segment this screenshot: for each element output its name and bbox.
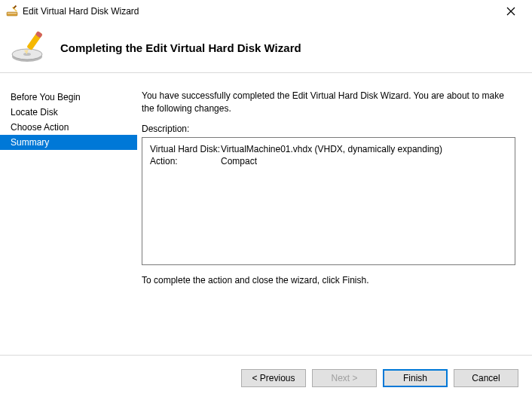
description-label: Description: bbox=[142, 124, 515, 134]
summary-value: VirtualMachine01.vhdx (VHDX, dynamically… bbox=[221, 144, 442, 154]
wizard-icon bbox=[6, 5, 18, 17]
summary-row: Virtual Hard Disk: VirtualMachine01.vhdx… bbox=[150, 144, 507, 154]
summary-row: Action: Compact bbox=[150, 156, 507, 166]
intro-text: You have successfully completed the Edit… bbox=[142, 90, 515, 116]
page-title: Completing the Edit Virtual Hard Disk Wi… bbox=[60, 41, 301, 54]
cancel-button[interactable]: Cancel bbox=[454, 369, 518, 387]
next-button: Next > bbox=[312, 369, 377, 387]
sidebar-item-summary[interactable]: Summary bbox=[0, 135, 137, 150]
button-bar: < Previous Next > Finish Cancel bbox=[0, 355, 532, 400]
svg-rect-1 bbox=[8, 13, 17, 14]
summary-key: Action: bbox=[150, 156, 221, 166]
titlebar: Edit Virtual Hard Disk Wizard bbox=[0, 0, 532, 23]
close-button[interactable] bbox=[496, 1, 526, 22]
previous-button[interactable]: < Previous bbox=[241, 369, 306, 387]
footer-instruction: To complete the action and close the wiz… bbox=[142, 274, 515, 287]
sidebar-item-before-you-begin[interactable]: Before You Begin bbox=[0, 90, 137, 105]
summary-key: Virtual Hard Disk: bbox=[150, 144, 221, 154]
description-box: Virtual Hard Disk: VirtualMachine01.vhdx… bbox=[142, 137, 515, 265]
sidebar: Before You Begin Locate Disk Choose Acti… bbox=[0, 73, 137, 355]
finish-button[interactable]: Finish bbox=[383, 369, 448, 387]
svg-rect-0 bbox=[7, 12, 17, 16]
window-title: Edit Virtual Hard Disk Wizard bbox=[23, 6, 139, 17]
main-area: Before You Begin Locate Disk Choose Acti… bbox=[0, 73, 532, 355]
wizard-header: Completing the Edit Virtual Hard Disk Wi… bbox=[0, 23, 532, 73]
content-panel: You have successfully completed the Edit… bbox=[137, 73, 532, 355]
summary-value: Compact bbox=[221, 156, 257, 166]
svg-rect-3 bbox=[13, 5, 17, 9]
sidebar-item-locate-disk[interactable]: Locate Disk bbox=[0, 105, 137, 120]
sidebar-item-choose-action[interactable]: Choose Action bbox=[0, 120, 137, 135]
disk-pencil-icon bbox=[11, 29, 47, 66]
